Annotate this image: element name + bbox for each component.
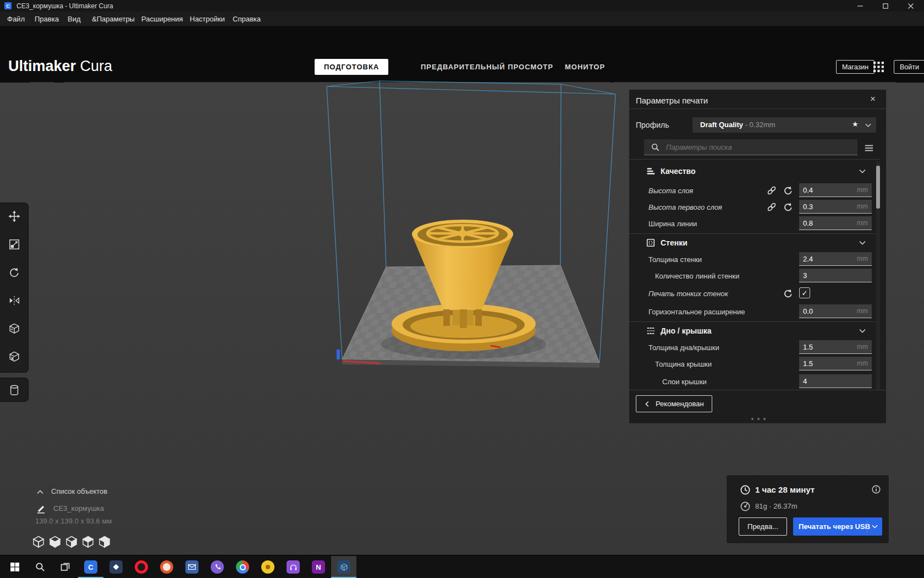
menu-edit[interactable]: Правка xyxy=(35,12,59,26)
task-view-button[interactable] xyxy=(53,556,78,578)
top-bottom-icon xyxy=(646,326,656,336)
panel-resize-handle[interactable] xyxy=(751,418,766,421)
taskbar-app-music[interactable] xyxy=(280,556,306,578)
collapse-chevron-icon[interactable] xyxy=(36,488,44,496)
view-iso-icon[interactable] xyxy=(32,535,45,548)
taskbar-app-bird[interactable] xyxy=(255,556,280,578)
settings-scrollbar[interactable] xyxy=(876,161,880,390)
value-field[interactable]: 4 xyxy=(799,374,872,388)
scale-tool-icon[interactable] xyxy=(8,238,20,250)
preview-button[interactable]: Предва... xyxy=(739,517,787,536)
view-front-icon[interactable] xyxy=(48,535,62,548)
value-field[interactable]: 1.5mm xyxy=(799,340,872,354)
move-tool-icon[interactable] xyxy=(8,210,20,222)
menu-view[interactable]: Вид xyxy=(68,12,81,26)
window-titlebar: C CE3_кормушка - Ultimaker Cura xyxy=(0,0,924,12)
search-box[interactable] xyxy=(644,139,857,155)
object-list-header[interactable]: Список объектов xyxy=(51,487,107,495)
cura-application-window: C CE3_кормушка - Ultimaker Cura Файл Пра… xyxy=(0,0,924,578)
clock-icon xyxy=(740,484,751,495)
setting-row[interactable]: Печать тонких стенок ✓ xyxy=(629,285,880,302)
section-quality[interactable]: Качество xyxy=(629,163,880,179)
link-icon[interactable] xyxy=(766,201,777,212)
windows-taskbar: C N ENG 23:46 29.02.2024 xyxy=(0,555,924,578)
reset-icon[interactable] xyxy=(783,288,794,299)
menu-preferences[interactable]: Настройки xyxy=(190,12,225,26)
section-walls[interactable]: Стенки xyxy=(629,235,880,251)
menu-help[interactable]: Справка xyxy=(233,12,261,26)
value-field[interactable]: 0.8mm xyxy=(799,216,872,230)
print-usb-button[interactable]: Печатать через USB xyxy=(793,517,882,536)
setting-row[interactable]: Слои крышки 4 xyxy=(629,373,880,390)
menu-bar: Файл Правка Вид &Параметры Расширения На… xyxy=(0,12,924,26)
chevron-down-icon xyxy=(859,327,866,335)
setting-row[interactable]: Ширина линии 0.8mm xyxy=(629,215,880,232)
section-top-bottom[interactable]: Дно / крышка xyxy=(629,323,880,339)
object-dimensions: 139.0 x 139.0 x 93.6 мм xyxy=(35,517,112,525)
material-spool-icon xyxy=(740,501,751,512)
setting-row[interactable]: Высота первого слоя 0.3mm xyxy=(629,199,880,215)
setting-row[interactable]: Толщина дна/крышки 1.5mm xyxy=(629,339,880,356)
taskbar-app-opera[interactable] xyxy=(129,556,154,578)
setting-row[interactable]: Толщина стенки 2.4mm xyxy=(629,251,880,268)
rotate-tool-icon[interactable] xyxy=(8,266,20,279)
per-model-settings-icon[interactable] xyxy=(8,323,20,335)
taskbar-search-button[interactable] xyxy=(28,556,53,578)
menu-file[interactable]: Файл xyxy=(7,12,25,26)
checkbox-checked[interactable]: ✓ xyxy=(799,287,810,298)
menu-extensions[interactable]: Расширения xyxy=(141,12,183,26)
taskbar-app-cura[interactable]: C xyxy=(78,556,103,578)
info-icon[interactable] xyxy=(871,484,881,494)
marketplace-button[interactable]: Магазин xyxy=(836,60,875,74)
value-field[interactable]: 2.4mm xyxy=(799,252,872,266)
button-divider xyxy=(867,520,867,533)
menu-settings[interactable]: &Параметры xyxy=(92,12,135,26)
taskbar-app-mail[interactable] xyxy=(179,556,205,578)
taskbar-app-2[interactable] xyxy=(103,556,129,578)
z-axis-marker xyxy=(337,350,340,359)
value-field[interactable]: 3 xyxy=(799,269,872,282)
setting-row[interactable]: Горизонтальное расширение 0.0mm xyxy=(629,303,880,320)
window-title: CE3_кормушка - Ultimaker Cura xyxy=(16,2,113,10)
recommended-mode-button[interactable]: Рекомендован xyxy=(636,395,712,412)
minimize-button[interactable] xyxy=(848,0,873,12)
value-field[interactable]: 1.5mm xyxy=(799,357,872,370)
setting-row[interactable]: Высота слоя 0.4mm xyxy=(629,182,880,199)
value-field[interactable]: 0.0mm xyxy=(799,304,872,318)
support-blocker-icon[interactable] xyxy=(8,351,20,363)
chevron-down-icon[interactable] xyxy=(871,523,878,530)
reset-icon[interactable] xyxy=(783,185,794,196)
cura-app-icon: C xyxy=(4,2,12,9)
favorite-star-icon[interactable]: ★ xyxy=(852,120,859,128)
mirror-tool-icon[interactable] xyxy=(8,295,20,307)
setting-row[interactable]: Толщина крышки 1.5mm xyxy=(629,356,880,372)
chevron-left-icon xyxy=(644,401,651,407)
view-left-icon[interactable] xyxy=(81,535,95,548)
taskbar-app-chrome[interactable] xyxy=(230,556,255,578)
slice-pencil-icon xyxy=(36,503,46,514)
apps-grid-icon[interactable] xyxy=(873,62,884,72)
close-window-button[interactable] xyxy=(898,0,923,12)
value-field[interactable]: 0.4mm xyxy=(799,183,872,197)
value-field[interactable]: 0.3mm xyxy=(799,200,872,214)
settings-menu-icon[interactable] xyxy=(864,143,874,153)
object-name[interactable]: CE3_кормушка xyxy=(53,504,104,512)
profile-dropdown[interactable]: Draft Quality - 0.32mm ★ xyxy=(692,117,876,133)
start-button[interactable] xyxy=(2,556,28,578)
taskbar-app-4[interactable] xyxy=(154,556,179,578)
view-right-icon[interactable] xyxy=(98,535,111,548)
chevron-down-icon xyxy=(865,122,872,129)
close-panel-icon[interactable]: × xyxy=(870,94,876,105)
extruder-cylinder-icon[interactable] xyxy=(8,384,20,396)
scrollbar-thumb[interactable] xyxy=(876,166,880,209)
reset-icon[interactable] xyxy=(783,201,794,212)
search-input[interactable] xyxy=(666,141,848,153)
maximize-button[interactable] xyxy=(873,0,898,12)
link-icon[interactable] xyxy=(766,185,777,196)
taskbar-app-viber[interactable] xyxy=(205,556,230,578)
setting-row[interactable]: Количество линий стенки 3 xyxy=(629,268,880,284)
view-top-icon[interactable] xyxy=(65,535,78,548)
taskbar-app-onenote[interactable]: N xyxy=(306,556,331,578)
sign-in-button[interactable]: Войти xyxy=(894,60,924,74)
taskbar-app-active-slicer[interactable] xyxy=(331,556,356,578)
